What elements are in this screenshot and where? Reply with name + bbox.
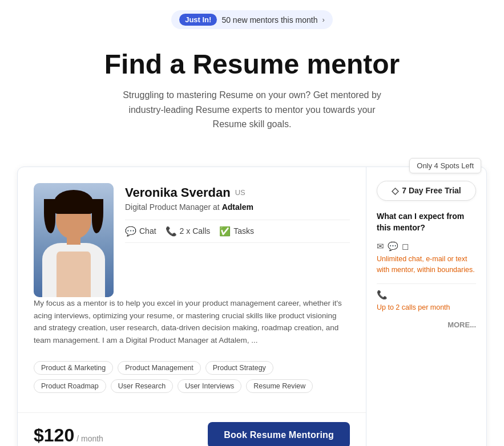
feature-tasks: ✅ Tasks xyxy=(219,226,254,237)
phone-icon: 📞 xyxy=(377,290,388,300)
bio-area: My focus as a mentor is to help you exce… xyxy=(18,297,366,361)
sidebar-chat-icons: ✉ 💬 ◻ xyxy=(377,241,476,252)
feature-chat-label: Chat xyxy=(139,226,156,236)
mentor-details: Veronika Sverdan US Digital Product Mana… xyxy=(125,183,350,251)
banner-pill[interactable]: Just In! 50 new mentors this month › xyxy=(171,10,333,29)
sidebar-section: ◇ 7 Day Free Trial What can I expect fro… xyxy=(366,167,486,446)
sidebar-calls-icon-row: 📞 xyxy=(377,290,476,300)
just-in-badge: Just In! xyxy=(179,14,217,26)
mentor-top-row: Veronika Sverdan US Digital Product Mana… xyxy=(34,183,350,297)
mentor-company: Adtalem xyxy=(222,202,253,212)
tags-area: Product & Marketing Product Management P… xyxy=(18,361,366,408)
banner-chevron-icon: › xyxy=(322,15,324,24)
feature-calls: 📞 2 x Calls xyxy=(166,226,211,237)
book-button[interactable]: Book Resume Mentoring xyxy=(208,422,350,446)
trial-label: 7 Day Free Trial xyxy=(402,186,461,195)
tasks-icon: ✅ xyxy=(219,226,231,237)
price-period: / month xyxy=(76,434,103,443)
hero-section: Find a Resume mentor Struggling to maste… xyxy=(0,35,504,141)
sidebar-calls-feature: 📞 Up to 2 calls per month xyxy=(377,290,476,313)
card-inner: Veronika Sverdan US Digital Product Mana… xyxy=(18,167,486,446)
page-title: Find a Resume mentor xyxy=(23,48,481,80)
mentor-top-area: Veronika Sverdan US Digital Product Mana… xyxy=(18,167,366,297)
tag-user-interviews[interactable]: User Interviews xyxy=(178,379,241,393)
mentor-bio: My focus as a mentor is to help you exce… xyxy=(34,297,350,346)
tag-product-roadmap[interactable]: Product Roadmap xyxy=(34,379,106,393)
tags-container: Product & Marketing Product Management P… xyxy=(34,361,350,393)
role-text: Digital Product Manager at xyxy=(125,202,222,212)
sidebar-question: What can I expect from this mentor? xyxy=(377,211,476,233)
card-bottom: $120 / month Book Resume Mentoring xyxy=(18,412,366,446)
message-icon: ◻ xyxy=(402,241,409,252)
more-button[interactable]: MORE... xyxy=(377,321,476,329)
mentor-card: Veronika Sverdan US Digital Product Mana… xyxy=(17,167,487,446)
sidebar-chat-text: Unlimited chat, e-mail or text with ment… xyxy=(377,254,476,275)
avatar xyxy=(34,183,114,297)
mentor-role: Digital Product Manager at Adtalem xyxy=(125,202,350,212)
trial-icon: ◇ xyxy=(392,185,398,196)
mentor-features: 💬 Chat 📞 2 x Calls ✅ Tasks xyxy=(125,220,350,243)
price-amount: $120 xyxy=(34,425,74,446)
banner-text: 50 new mentors this month xyxy=(221,15,317,25)
feature-tasks-label: Tasks xyxy=(233,226,254,236)
mentor-name-row: Veronika Sverdan US xyxy=(125,185,350,200)
tag-resume-review[interactable]: Resume Review xyxy=(246,379,313,393)
trial-badge: ◇ 7 Day Free Trial xyxy=(377,181,476,201)
chat-icon: 💬 xyxy=(125,226,136,237)
chat-bubble-icon: 💬 xyxy=(388,241,398,252)
tag-product-marketing[interactable]: Product & Marketing xyxy=(34,361,113,375)
mentor-content: Veronika Sverdan US Digital Product Mana… xyxy=(18,167,366,446)
tag-product-strategy[interactable]: Product Strategy xyxy=(205,361,273,375)
feature-chat: 💬 Chat xyxy=(125,226,156,237)
top-banner: Just In! 50 new mentors this month › xyxy=(0,0,504,35)
price-block: $120 / month xyxy=(34,425,103,446)
spots-container: Only 4 Spots Left xyxy=(0,158,504,173)
mentor-country: US xyxy=(235,188,245,197)
sidebar-calls-text: Up to 2 calls per month xyxy=(377,302,476,313)
tag-user-research[interactable]: User Research xyxy=(111,379,173,393)
feature-calls-label: 2 x Calls xyxy=(180,226,211,236)
mentor-name: Veronika Sverdan xyxy=(125,185,231,200)
tag-product-management[interactable]: Product Management xyxy=(118,361,201,375)
hero-subtitle: Struggling to mastering Resume on your o… xyxy=(115,88,389,132)
sidebar-chat-feature: ✉ 💬 ◻ Unlimited chat, e-mail or text wit… xyxy=(377,241,476,275)
sidebar-divider xyxy=(377,283,476,284)
email-icon: ✉ xyxy=(377,241,384,252)
spots-badge: Only 4 Spots Left xyxy=(409,158,481,173)
calls-icon: 📞 xyxy=(166,226,177,237)
